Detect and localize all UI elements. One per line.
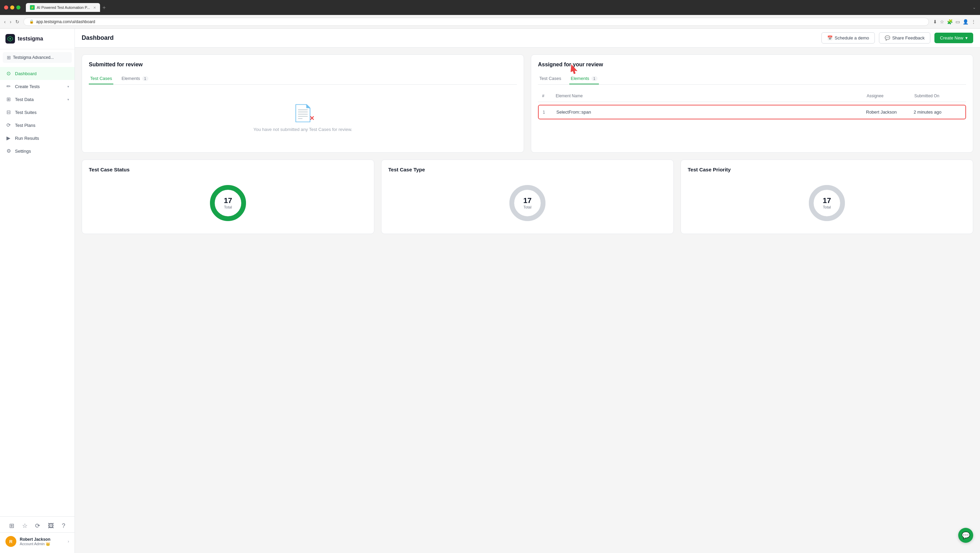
workspace-selector[interactable]: ⊞ Testsigma Advanced... [3,52,72,63]
create-tests-label: Create Tests [15,84,64,89]
stats-row: Test Case Status 17 Total [82,159,973,234]
close-button[interactable] [4,5,8,10]
assigned-tab-test-cases[interactable]: Test Cases [538,73,563,84]
col-header-element-name: Element Name [556,94,867,98]
submitted-tab-elements[interactable]: Elements 1 [120,73,150,84]
table-row[interactable]: 1 SelectFrom::span Robert Jackson 2 minu… [538,105,966,119]
grid-bottom-icon[interactable]: ⊞ [9,522,14,529]
sidebar-item-run-results[interactable]: ▶ Run Results [0,132,75,145]
tabs-row-container: Test Cases Elements 1 [538,73,966,85]
dashboard-label: Dashboard [15,71,69,76]
priority-card-title: Test Case Priority [688,167,966,172]
type-total-text: Total [523,205,531,209]
create-new-button[interactable]: Create New ▾ [934,33,973,43]
grid-icon: ⊞ [7,55,11,60]
sidebar-nav: ⊙ Dashboard ✏ Create Tests ▾ ⊞ Test Data… [0,66,75,516]
menu-icon[interactable]: ⋮ [971,19,976,24]
elements-badge: 1 [142,76,148,81]
priority-donut-wrap: 17 Total [807,183,847,224]
fullscreen-button[interactable] [16,5,21,10]
sidebar-item-test-data[interactable]: ⊞ Test Data ▾ [0,93,75,106]
submitted-for-review-card: Submitted for review Test Cases Elements… [82,54,524,153]
submitted-tab-test-cases[interactable]: Test Cases [89,73,113,84]
run-results-icon: ▶ [5,135,11,141]
assigned-for-review-card: Assigned for your review Test [531,54,973,153]
image-bottom-icon[interactable]: 🖼 [48,523,54,529]
share-feedback-button[interactable]: 💬 Share Feedback [879,32,930,43]
review-section-row: Submitted for review Test Cases Elements… [82,54,973,153]
type-donut-label: 17 Total [523,197,531,209]
tab-label: AI Powered Test Automation P... [37,5,90,10]
calendar-icon: 📅 [827,35,833,40]
forward-button[interactable]: › [10,19,11,24]
type-donut-container: 17 Total [388,179,667,227]
col-header-assignee: Assignee [867,94,914,98]
empty-document-icon: 📄 ✕ [293,104,313,123]
download-icon[interactable]: ⬇ [933,19,937,24]
user-section[interactable]: R Robert Jackson Account Admin 👑 › [0,532,75,550]
priority-donut-label: 17 Total [823,197,831,209]
test-case-priority-card: Test Case Priority 17 Total [681,159,973,234]
run-results-label: Run Results [15,136,69,141]
assigned-tabs-wrapper: Test Cases Elements 1 [538,73,966,85]
minimize-button[interactable] [10,5,14,10]
submitted-tabs: Test Cases Elements 1 [89,73,517,85]
page-title: Dashboard [82,34,816,41]
review-table: # Element Name Assignee Submitted On 1 S… [538,90,966,119]
user-role: Account Admin 👑 [20,542,64,546]
user-info: Robert Jackson Account Admin 👑 [20,537,64,546]
test-plans-label: Test Plans [15,123,69,128]
refresh-bottom-icon[interactable]: ⟳ [35,522,40,529]
chat-button[interactable]: 💬 [958,528,973,543]
col-header-num: # [542,94,556,98]
avatar: R [5,536,16,547]
submitted-card-title: Submitted for review [89,62,517,68]
back-button[interactable]: ‹ [4,19,6,24]
test-suites-label: Test Suites [15,110,69,115]
test-data-icon: ⊞ [5,96,11,102]
new-tab-button[interactable]: ＋ [102,4,107,11]
star-bottom-icon[interactable]: ☆ [22,522,27,529]
url-bar[interactable]: 🔒 app.testsigma.com/ui/dashboard [24,17,929,26]
bookmark-icon[interactable]: ☆ [940,19,944,24]
sidebar-item-dashboard[interactable]: ⊙ Dashboard [0,67,75,80]
test-suites-icon: ⊟ [5,109,11,115]
row-num: 1 [543,110,556,114]
main-area: Dashboard 📅 Schedule a demo 💬 Share Feed… [75,29,980,553]
status-donut-wrap: 17 Total [208,183,248,224]
sidebar-item-test-suites[interactable]: ⊟ Test Suites [0,106,75,119]
tab-favicon: ⚡ [30,5,35,10]
type-donut-wrap: 17 Total [507,183,548,224]
address-bar-actions: ⬇ ☆ 🧩 ▭ 👤 ⋮ [933,19,976,24]
bottom-icons-row: ⊞ ☆ ⟳ 🖼 ? [0,519,75,532]
active-tab[interactable]: ⚡ AI Powered Test Automation P... ✕ [26,3,100,12]
test-case-type-card: Test Case Type 17 Total [381,159,674,234]
sidebar-toggle-icon[interactable]: ▭ [956,19,960,24]
app-container: testsigma ⊞ Testsigma Advanced... ⊙ Dash… [0,29,980,553]
create-tests-icon: ✏ [5,83,11,89]
test-plans-icon: ⟳ [5,122,11,128]
schedule-demo-button[interactable]: 📅 Schedule a demo [821,32,875,43]
logo-icon [5,34,15,43]
tab-close-icon[interactable]: ✕ [93,6,96,10]
extensions-icon[interactable]: 🧩 [947,19,953,24]
sidebar-item-settings[interactable]: ⚙ Settings [0,145,75,157]
empty-message: You have not submitted any Test Cases fo… [253,127,353,132]
assigned-tab-elements[interactable]: Elements 1 [569,73,598,84]
table-header: # Element Name Assignee Submitted On [538,90,966,102]
page-header: Dashboard 📅 Schedule a demo 💬 Share Feed… [75,29,980,48]
priority-total-text: Total [823,205,831,209]
profile-icon[interactable]: 👤 [963,19,969,24]
content-area: Submitted for review Test Cases Elements… [75,48,980,241]
dashboard-icon: ⊙ [5,70,11,76]
logo-text: testsigma [18,36,43,42]
help-bottom-icon[interactable]: ? [62,523,65,529]
crown-icon: 👑 [46,542,50,546]
refresh-button[interactable]: ↻ [15,19,19,24]
sidebar-item-test-plans[interactable]: ⟳ Test Plans [0,119,75,132]
workspace-label: Testsigma Advanced... [13,55,54,60]
sidebar-item-create-tests[interactable]: ✏ Create Tests ▾ [0,80,75,93]
chat-icon: 💬 [962,531,970,539]
traffic-lights [4,5,21,10]
header-actions: 📅 Schedule a demo 💬 Share Feedback Creat… [821,32,973,43]
